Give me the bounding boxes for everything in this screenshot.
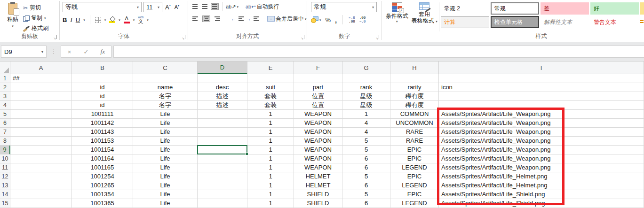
format-painter-button[interactable]: 格式刷 xyxy=(23,24,48,32)
number-dialog-launcher-icon[interactable] xyxy=(375,35,379,39)
cell-C10[interactable]: Life xyxy=(133,154,198,163)
cell-F5[interactable]: WEAPON xyxy=(294,110,342,119)
cell-B11[interactable]: 1001165 xyxy=(72,163,133,172)
cell-F2[interactable]: part xyxy=(294,83,342,92)
cell-H14[interactable]: EPIC xyxy=(390,190,439,199)
format-as-table-button[interactable]: 套用 表格格式 ▾ xyxy=(410,1,439,33)
number-format-combobox[interactable]: 常规 ▾ xyxy=(311,2,377,12)
cell-E4[interactable]: 套装 xyxy=(247,101,294,110)
cell-B15[interactable]: 1001365 xyxy=(72,199,133,208)
alignment-dialog-launcher-icon[interactable] xyxy=(300,35,304,39)
decrease-font-size-button[interactable]: A▾ xyxy=(174,4,180,10)
cell-F9[interactable]: WEAPON xyxy=(294,146,342,154)
cell-A12[interactable] xyxy=(10,172,72,181)
column-header-I[interactable]: I xyxy=(439,62,644,74)
style-chip-bad[interactable]: 差 xyxy=(541,2,589,15)
font-dialog-launcher-icon[interactable] xyxy=(181,35,185,39)
cell-F7[interactable]: WEAPON xyxy=(294,128,342,137)
cell-C7[interactable]: Life xyxy=(133,128,198,137)
cell-D10[interactable] xyxy=(198,154,247,163)
cell-I10[interactable]: Assets/Sprites/Artifact/Life_Weapon.png xyxy=(439,154,644,163)
cell-F15[interactable]: SHIELD xyxy=(294,199,342,208)
style-chip-partial[interactable] xyxy=(640,16,644,28)
font-size-combobox[interactable]: 11 ▾ xyxy=(143,2,162,12)
cell-E2[interactable]: suit xyxy=(247,83,294,92)
cell-B4[interactable]: id xyxy=(72,101,133,110)
accounting-format-button[interactable]: ▾ xyxy=(311,16,321,23)
row-header-5[interactable]: 5 xyxy=(0,110,10,119)
cell-C11[interactable]: Life xyxy=(133,163,198,172)
style-chip-calculation[interactable]: 计算 xyxy=(441,16,489,28)
cell-I13[interactable]: Assets/Sprites/Artifact/Life_Helmet.png xyxy=(439,181,644,190)
align-middle-button[interactable] xyxy=(201,3,209,10)
column-header-H[interactable]: H xyxy=(390,62,439,74)
cell-C15[interactable]: Life xyxy=(133,199,198,208)
align-left-button[interactable] xyxy=(191,15,199,22)
style-chip-normal-2[interactable]: 常规 2 xyxy=(441,2,489,15)
cell-D7[interactable] xyxy=(198,128,247,137)
cut-button[interactable]: ✂ 剪切 xyxy=(23,4,48,12)
cell-G4[interactable]: 星级 xyxy=(342,101,390,110)
cell-E7[interactable]: 1 xyxy=(247,128,294,137)
underline-button[interactable]: U xyxy=(76,16,80,23)
cell-E10[interactable]: 1 xyxy=(247,154,294,163)
conditional-format-button[interactable]: ≠ 条件格式 ▾ xyxy=(384,1,410,33)
cell-I5[interactable]: Assets/Sprites/Artifact/Life_Weapon.png xyxy=(439,110,644,119)
insert-function-button[interactable]: fx xyxy=(95,48,110,55)
italic-button[interactable]: I xyxy=(70,16,72,23)
style-chip-check-cell[interactable]: 检查单元格 xyxy=(491,16,539,28)
cell-E14[interactable]: 1 xyxy=(247,190,294,199)
phonetic-guide-button[interactable]: wén 文 xyxy=(138,16,143,24)
row-header-13[interactable]: 13 xyxy=(0,181,10,190)
cell-G9[interactable]: 5 xyxy=(342,146,390,154)
cell-A3[interactable] xyxy=(10,92,72,101)
row-header-14[interactable]: 14 xyxy=(0,190,10,199)
cell-D12[interactable] xyxy=(198,172,247,181)
cell-A14[interactable] xyxy=(10,190,72,199)
row-header-2[interactable]: 2 xyxy=(0,83,10,92)
cell-G1[interactable] xyxy=(342,74,390,83)
cell-A8[interactable] xyxy=(10,137,72,146)
cell-A11[interactable] xyxy=(10,163,72,172)
cell-I8[interactable]: Assets/Sprites/Artifact/Life_Weapon.png xyxy=(439,137,644,146)
cell-B6[interactable]: 1001142 xyxy=(72,119,133,128)
row-header-10[interactable]: 10 xyxy=(0,154,10,163)
cell-D3[interactable]: 描述 xyxy=(198,92,247,101)
cell-B7[interactable]: 1001143 xyxy=(72,128,133,137)
row-header-6[interactable]: 6 xyxy=(0,119,10,128)
cell-H2[interactable]: rarity xyxy=(390,83,439,92)
cell-E6[interactable]: 1 xyxy=(247,119,294,128)
bold-button[interactable]: B xyxy=(63,16,67,23)
cell-B14[interactable]: 1001354 xyxy=(72,190,133,199)
cell-F4[interactable]: 位置 xyxy=(294,101,342,110)
align-top-button[interactable] xyxy=(191,3,199,10)
cell-H13[interactable]: LEGEND xyxy=(390,181,439,190)
cell-A13[interactable] xyxy=(10,181,72,190)
style-chip-partial[interactable] xyxy=(640,2,644,15)
cell-C8[interactable]: Life xyxy=(133,137,198,146)
style-chip-explanatory[interactable]: 解释性文本 xyxy=(541,16,589,28)
cell-F8[interactable]: WEAPON xyxy=(294,137,342,146)
row-header-7[interactable]: 7 xyxy=(0,128,10,137)
column-header-C[interactable]: C xyxy=(133,62,198,74)
cell-B10[interactable]: 1001164 xyxy=(72,154,133,163)
cell-D13[interactable] xyxy=(198,181,247,190)
row-header-9[interactable]: 9 xyxy=(0,146,10,154)
cell-F11[interactable]: WEAPON xyxy=(294,163,342,172)
cell-C5[interactable]: Life xyxy=(133,110,198,119)
cell-F6[interactable]: WEAPON xyxy=(294,119,342,128)
cell-B8[interactable]: 1001153 xyxy=(72,137,133,146)
name-box[interactable]: D9 ▾ xyxy=(1,46,47,58)
cell-H15[interactable]: LEGEND xyxy=(390,199,439,208)
cell-A4[interactable] xyxy=(10,101,72,110)
increase-font-size-button[interactable]: A▴ xyxy=(164,4,172,11)
cell-G5[interactable]: 1 xyxy=(342,110,390,119)
cell-F3[interactable]: 位置 xyxy=(294,92,342,101)
cell-H6[interactable]: UNCOMMON xyxy=(390,119,439,128)
cell-D1[interactable] xyxy=(198,74,247,83)
column-header-E[interactable]: E xyxy=(247,62,294,74)
cell-D9[interactable] xyxy=(198,146,247,154)
cell-C4[interactable]: 名字 xyxy=(133,101,198,110)
cell-C13[interactable]: Life xyxy=(133,181,198,190)
cell-H12[interactable]: EPIC xyxy=(390,172,439,181)
